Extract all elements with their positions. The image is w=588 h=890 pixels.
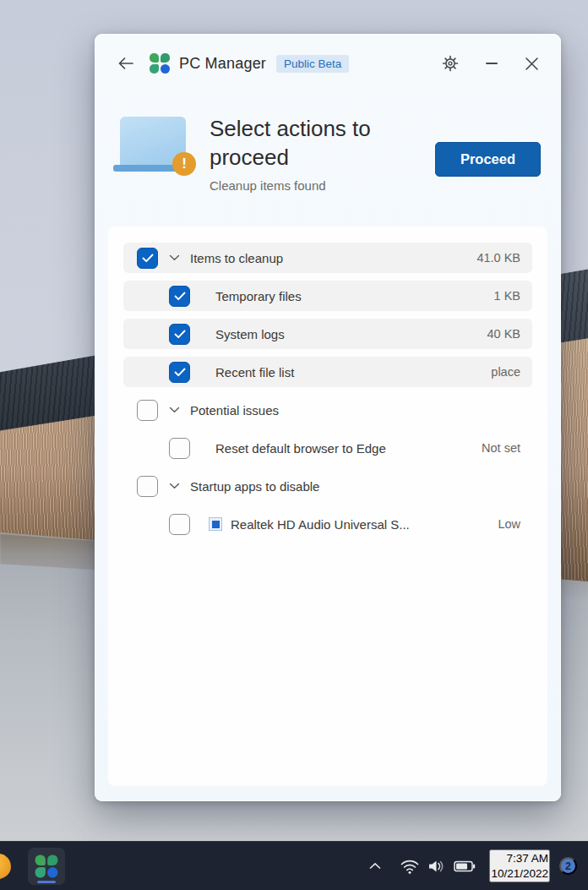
notification-badge[interactable]: 2 [559, 857, 577, 875]
row-label: Realtek HD Audio Universal S... [231, 517, 410, 532]
volume-button[interactable] [427, 859, 446, 874]
settings-button[interactable] [442, 55, 459, 72]
minimize-button[interactable] [486, 63, 498, 64]
chevron-down-icon[interactable] [169, 254, 180, 261]
item-row-system-logs[interactable]: System logs 40 KB [123, 319, 532, 349]
taskbar-left [0, 842, 65, 890]
proceed-button[interactable]: Proceed [435, 142, 541, 177]
row-value: 1 KB [494, 289, 520, 303]
item-row-realtek-hd-audio-universal-s[interactable]: Realtek HD Audio Universal S... Low [123, 509, 532, 539]
partial-app-icon[interactable] [0, 854, 11, 879]
group-row-items-to-cleanup[interactable]: Items to cleanup 41.0 KB [123, 243, 532, 273]
minimize-icon [486, 63, 498, 64]
checkbox[interactable] [137, 400, 158, 421]
close-button[interactable] [525, 57, 539, 71]
row-label: Items to cleanup [190, 251, 283, 265]
wifi-icon [400, 858, 420, 875]
item-row-temporary-files[interactable]: Temporary files 1 KB [123, 281, 532, 311]
cleanup-header: ! Select actions to proceed Cleanup item… [95, 93, 561, 193]
clock[interactable]: 7:37 AM 10/21/2022 [489, 849, 550, 882]
battery-button[interactable] [454, 860, 476, 872]
row-value: 40 KB [487, 327, 521, 341]
row-label: Potential issues [190, 403, 279, 418]
group-row-startup-apps-to-disable[interactable]: Startup apps to disable [123, 471, 532, 501]
row-value: Low [498, 517, 520, 531]
close-icon [525, 57, 539, 71]
pc-manager-window: PC Manager Public Beta [95, 34, 561, 801]
taskbar: 7:37 AM 10/21/2022 2 [0, 841, 588, 890]
item-row-reset-default-browser-to-edge[interactable]: Reset default browser to Edge Not set [123, 433, 532, 463]
checkbox[interactable] [169, 514, 190, 535]
checkmark-icon [142, 254, 154, 263]
system-tray: 7:37 AM 10/21/2022 2 [369, 842, 588, 890]
row-label: Temporary files [215, 289, 302, 303]
tray-overflow-button[interactable] [369, 862, 381, 870]
pc-manager-logo-icon [150, 53, 170, 74]
checkmark-icon [174, 368, 186, 377]
public-beta-badge: Public Beta [276, 55, 349, 73]
wifi-button[interactable] [400, 858, 420, 875]
checkmark-icon [174, 330, 186, 339]
pc-manager-logo-icon [35, 855, 58, 877]
titlebar: PC Manager Public Beta [95, 34, 561, 93]
row-value: 41.0 KB [476, 251, 520, 265]
back-button[interactable] [117, 55, 135, 72]
gear-icon [442, 55, 459, 72]
app-title: PC Manager [179, 55, 266, 73]
checkbox[interactable] [169, 362, 190, 383]
header-text: Select actions to proceed Cleanup items … [210, 115, 400, 193]
checkbox[interactable] [137, 248, 158, 269]
checkbox[interactable] [169, 286, 190, 307]
tray-time: 7:37 AM [491, 851, 548, 866]
row-label: System logs [215, 327, 285, 341]
checkmark-icon [174, 292, 186, 301]
chevron-down-icon[interactable] [169, 483, 180, 489]
row-label: Startup apps to disable [190, 479, 319, 494]
back-arrow-icon [117, 55, 135, 72]
page-title: Select actions to proceed [210, 115, 400, 172]
row-label: Recent file list [215, 365, 294, 379]
running-app-indicator [37, 881, 56, 883]
warning-exclamation-icon: ! [172, 152, 196, 176]
checkbox[interactable] [137, 476, 158, 497]
chevron-down-icon[interactable] [169, 407, 180, 413]
laptop-warning-icon: ! [113, 117, 198, 189]
row-value: place [491, 365, 520, 379]
checkbox[interactable] [169, 324, 190, 345]
row-value: Not set [482, 441, 520, 455]
chevron-up-icon [369, 862, 381, 870]
row-label: Reset default browser to Edge [215, 441, 386, 456]
item-row-recent-file-list[interactable]: Recent file list place [123, 357, 532, 387]
tray-date: 10/21/2022 [491, 866, 548, 882]
taskbar-pc-manager-button[interactable] [28, 848, 65, 885]
battery-icon [454, 860, 476, 872]
window-controls [442, 55, 539, 72]
cleanup-list: Items to cleanup 41.0 KB Temporary files… [108, 227, 547, 786]
group-row-potential-issues[interactable]: Potential issues [123, 395, 532, 425]
realtek-app-icon [209, 517, 222, 531]
speaker-icon [427, 859, 446, 874]
page-subtitle: Cleanup items found [210, 178, 400, 193]
checkbox[interactable] [169, 438, 190, 459]
